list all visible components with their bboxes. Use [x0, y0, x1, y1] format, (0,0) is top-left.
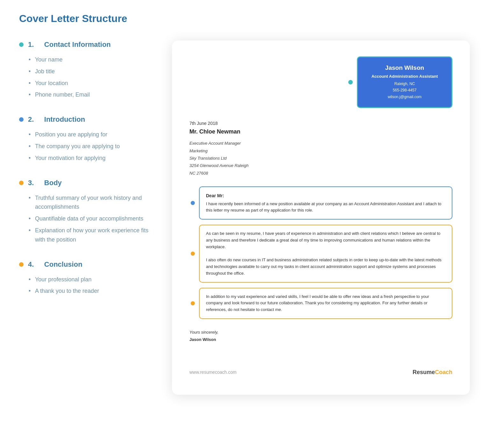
brand-coach: Coach [435, 369, 452, 375]
section-body: 3. Body Truthful summary of your work hi… [19, 179, 153, 244]
brand-resume: Resume [413, 369, 435, 375]
intro-bullet-list: Position you are applying for The compan… [19, 130, 153, 163]
section-conclusion: 4. Conclusion Your professional plan A t… [19, 260, 153, 296]
intro-letter-block: Dear Mr: I have recently been informed o… [199, 186, 452, 220]
body-paragraph-2: I also often do new courses in IT and bu… [206, 257, 445, 277]
section-conclusion-label: Conclusion [44, 260, 82, 269]
letter-closing: Yours sincerely, Jason Wilson [189, 329, 452, 343]
section-body-number: 3. [28, 179, 34, 187]
closing-name: Jason Wilson [189, 336, 452, 343]
list-item: Truthful summary of your work history an… [29, 193, 153, 212]
list-item: Phone number, Email [29, 90, 153, 99]
blue-block-dot [191, 201, 195, 205]
footer-brand: ResumeCoach [413, 369, 452, 376]
cover-letter-preview: Jason Wilson Account Administration Assi… [172, 40, 470, 395]
page-title: Cover Letter Structure [19, 13, 470, 25]
teal-connector-dot [348, 80, 353, 84]
conclusion-letter-block: In addition to my vast experience and va… [199, 288, 452, 319]
orange-block-dot-body [191, 251, 195, 256]
recipient-department: Marketing [189, 148, 208, 153]
orange-block-dot-conclusion [191, 301, 195, 305]
section-introduction: 2. Introduction Position you are applyin… [19, 115, 153, 163]
section-body-label: Body [44, 179, 62, 187]
letter-blocks-container: Dear Mr: I have recently been informed o… [189, 186, 452, 319]
footer-url: www.resumecoach.com [189, 370, 237, 375]
contact-bullet-list: Your name Job title Your location Phone … [19, 55, 153, 99]
section-contact-title: 1. [28, 40, 34, 49]
conclusion-bullet-list: Your professional plan A thank you to th… [19, 275, 153, 296]
dot-blue-intro [19, 117, 24, 122]
recipient-address: 3254 Glenwood Avenue Raleigh [189, 163, 249, 168]
recipient-role: Executive Account Manager [189, 141, 241, 146]
section-intro-label: Introduction [44, 115, 85, 124]
section-contact: 1. Contact Information Your name Job tit… [19, 40, 153, 99]
body-bullet-list: Truthful summary of your work history an… [19, 193, 153, 244]
left-panel: 1. Contact Information Your name Job tit… [19, 40, 153, 312]
dot-orange-body [19, 181, 24, 185]
recipient-postcode: NC 27608 [189, 171, 208, 176]
list-item: Job title [29, 67, 153, 76]
section-contact-label: Contact Information [44, 40, 111, 49]
section-intro-header: 2. Introduction [19, 115, 153, 124]
list-item: Your location [29, 79, 153, 88]
body-paragraph-1: As can be seen in my resume, I have year… [206, 230, 445, 250]
main-layout: 1. Contact Information Your name Job tit… [19, 40, 470, 395]
dot-teal-contact [19, 42, 24, 47]
list-item: Your professional plan [29, 275, 153, 284]
list-item: Your motivation for applying [29, 154, 153, 163]
list-item: The company you are applying to [29, 142, 153, 151]
applicant-details: Raleigh, NC 565-298-4457 wilson.j@gmail.… [367, 81, 442, 100]
dot-orange-conclusion [19, 262, 24, 267]
list-item: A thank you to the reader [29, 286, 153, 296]
section-body-header: 3. Body [19, 179, 153, 187]
applicant-title: Account Administration Assistant [367, 74, 442, 79]
section-conclusion-header: 4. Conclusion [19, 260, 153, 269]
applicant-email: wilson.j@gmail.com [388, 95, 422, 99]
section-contact-header: 1. Contact Information [19, 40, 153, 49]
letter-date: 7th June 2018 [189, 121, 452, 126]
body-letter-block: As can be seen in my resume, I have year… [199, 225, 452, 283]
intro-text: I have recently been informed of a new p… [206, 201, 445, 214]
applicant-phone: 565-298-4457 [393, 88, 417, 92]
conclusion-text: In addition to my vast experience and va… [206, 293, 445, 313]
recipient-name: Mr. Chloe Newman [189, 128, 452, 135]
recipient-details: Executive Account Manager Marketing Sky … [189, 140, 452, 177]
valediction: Yours sincerely, [189, 329, 452, 336]
list-item: Quantifiable data of your accomplishment… [29, 214, 153, 223]
applicant-name: Jason Wilson [367, 64, 442, 71]
salutation: Dear Mr: [206, 192, 445, 199]
applicant-header-card: Jason Wilson Account Administration Assi… [357, 56, 452, 108]
list-item: Position you are applying for [29, 130, 153, 139]
section-conclusion-number: 4. [28, 260, 34, 269]
list-item: Your name [29, 55, 153, 64]
list-item: Explanation of how your work experience … [29, 226, 153, 244]
footer: www.resumecoach.com ResumeCoach [189, 363, 452, 376]
recipient-company: Sky Translations Ltd [189, 156, 227, 161]
applicant-city: Raleigh, NC [394, 82, 415, 86]
section-intro-number: 2. [28, 115, 34, 124]
